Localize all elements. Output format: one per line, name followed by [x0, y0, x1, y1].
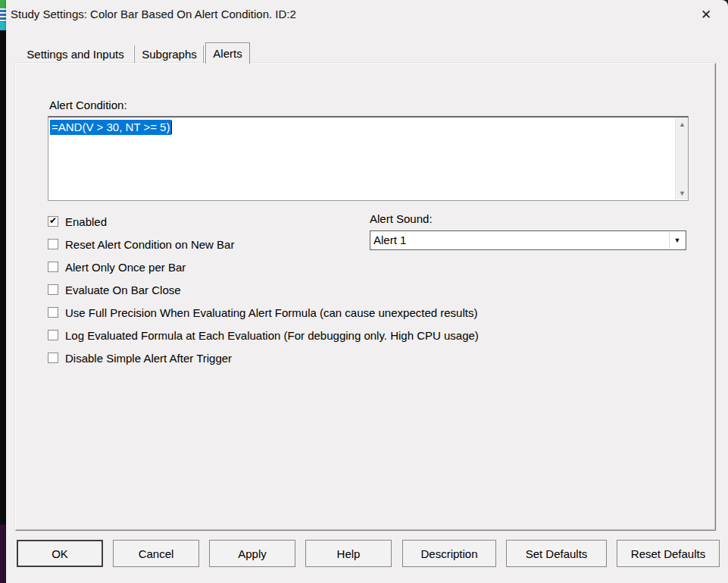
checkbox-label: Enabled — [65, 215, 107, 228]
tab-subgraphs[interactable]: Subgraphs — [136, 45, 204, 63]
screen: Study Settings: Color Bar Based On Alert… — [0, 0, 728, 583]
checkbox-label: Disable Simple Alert After Trigger — [65, 352, 232, 365]
help-button[interactable]: Help — [305, 540, 392, 567]
button-label: OK — [52, 547, 68, 560]
button-label: Reset Defaults — [631, 547, 705, 560]
button-label: Description — [420, 547, 477, 560]
checkbox-use-full-precision[interactable]: ✔ Use Full Precision When Evaluating Ale… — [48, 305, 477, 320]
alert-sound-value: Alert 1 — [373, 234, 406, 246]
checkmark-icon: ✔ — [49, 215, 57, 226]
dialog-title: Study Settings: Color Bar Based On Alert… — [11, 8, 296, 20]
tab-label: Alerts — [213, 47, 242, 60]
button-label: Set Defaults — [526, 547, 588, 560]
checkbox-box[interactable]: ✔ — [48, 353, 58, 363]
tab-alerts[interactable]: Alerts — [205, 42, 250, 64]
checkbox-reset-alert-condition[interactable]: ✔ Reset Alert Condition on New Bar — [48, 237, 234, 252]
button-label: Help — [337, 547, 361, 560]
cancel-button[interactable]: Cancel — [113, 540, 199, 567]
description-button[interactable]: Description — [402, 540, 496, 567]
formula-line: =AND(V > 30, NT >= 5) — [50, 120, 172, 135]
checkbox-box[interactable]: ✔ — [48, 330, 58, 340]
background-window-purple-strip — [0, 525, 6, 583]
title-bar[interactable]: Study Settings: Color Bar Based On Alert… — [6, 0, 728, 29]
button-label: Cancel — [139, 547, 174, 560]
checkbox-evaluate-on-bar-close[interactable]: ✔ Evaluate On Bar Close — [48, 282, 181, 297]
tab-label: Settings and Inputs — [27, 48, 123, 61]
background-window-edge — [0, 0, 6, 583]
checkbox-enabled[interactable]: ✔ Enabled — [48, 214, 107, 229]
tab-label: Subgraphs — [142, 48, 197, 61]
alert-sound-label: Alert Sound: — [370, 212, 433, 225]
checkbox-disable-simple-alert[interactable]: ✔ Disable Simple Alert After Trigger — [48, 350, 232, 365]
apply-button[interactable]: Apply — [209, 540, 295, 567]
selected-formula-text: =AND(V > 30, NT >= 5) — [50, 120, 171, 135]
background-window-teal-strip — [0, 22, 6, 30]
close-button[interactable]: ✕ — [690, 2, 722, 27]
set-defaults-button[interactable]: Set Defaults — [506, 540, 607, 567]
checkbox-box[interactable]: ✔ — [48, 284, 58, 295]
formula-scrollbar[interactable]: ▲ ▼ — [675, 118, 688, 199]
checkbox-label: Log Evaluated Formula at Each Evaluation… — [65, 329, 479, 342]
checkbox-label: Reset Alert Condition on New Bar — [65, 238, 234, 251]
checkbox-log-evaluated-formula[interactable]: ✔ Log Evaluated Formula at Each Evaluati… — [48, 328, 479, 343]
background-window-icon — [0, 8, 6, 22]
checkbox-box[interactable]: ✔ — [48, 307, 58, 318]
alert-sound-select[interactable]: Alert 1 ▼ — [370, 230, 686, 250]
button-label: Apply — [238, 547, 267, 560]
dropdown-button[interactable]: ▼ — [669, 232, 685, 249]
reset-defaults-button[interactable]: Reset Defaults — [617, 540, 720, 567]
alerts-tab-panel: Alert Condition: =AND(V > 30, NT >= 5) ▲… — [15, 63, 716, 531]
checkbox-label: Use Full Precision When Evaluating Alert… — [65, 306, 477, 319]
ok-button[interactable]: OK — [17, 540, 103, 567]
scroll-up-icon[interactable]: ▲ — [676, 118, 689, 130]
checkbox-box[interactable]: ✔ — [48, 262, 58, 272]
alert-condition-label: Alert Condition: — [49, 99, 127, 111]
tab-settings-and-inputs[interactable]: Settings and Inputs — [17, 45, 135, 63]
background-window-dark-strip — [0, 30, 6, 525]
chevron-down-icon: ▼ — [674, 237, 681, 244]
scroll-down-icon[interactable]: ▼ — [676, 186, 689, 199]
alert-condition-input[interactable]: =AND(V > 30, NT >= 5) ▲ ▼ — [48, 116, 689, 201]
checkbox-label: Evaluate On Bar Close — [65, 284, 181, 296]
close-icon: ✕ — [701, 7, 711, 23]
checkbox-label: Alert Only Once per Bar — [65, 261, 186, 274]
background-window-green-strip — [0, 0, 6, 8]
checkbox-alert-once-per-bar[interactable]: ✔ Alert Only Once per Bar — [48, 259, 186, 274]
text-caret — [171, 121, 172, 134]
study-settings-dialog: Study Settings: Color Bar Based On Alert… — [6, 0, 728, 583]
checkbox-box[interactable]: ✔ — [48, 239, 58, 249]
checkbox-box[interactable]: ✔ — [48, 216, 58, 227]
